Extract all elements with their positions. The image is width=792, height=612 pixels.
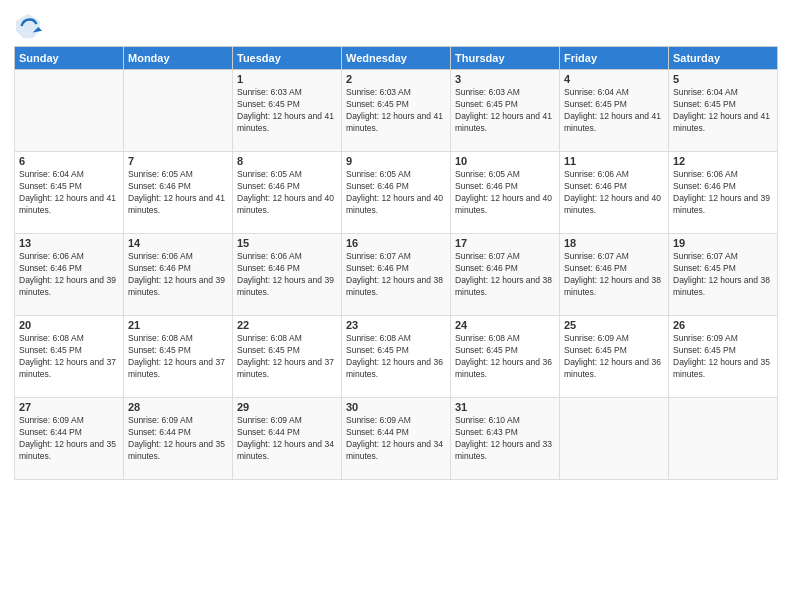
day-number: 30 bbox=[346, 401, 446, 413]
day-number: 28 bbox=[128, 401, 228, 413]
header-day-friday: Friday bbox=[560, 47, 669, 70]
page: SundayMondayTuesdayWednesdayThursdayFrid… bbox=[0, 0, 792, 612]
calendar-body: 1Sunrise: 6:03 AM Sunset: 6:45 PM Daylig… bbox=[15, 70, 778, 480]
week-row-4: 20Sunrise: 6:08 AM Sunset: 6:45 PM Dayli… bbox=[15, 316, 778, 398]
day-number: 24 bbox=[455, 319, 555, 331]
day-number: 31 bbox=[455, 401, 555, 413]
day-info: Sunrise: 6:05 AM Sunset: 6:46 PM Dayligh… bbox=[455, 169, 555, 217]
header-row: SundayMondayTuesdayWednesdayThursdayFrid… bbox=[15, 47, 778, 70]
day-info: Sunrise: 6:07 AM Sunset: 6:46 PM Dayligh… bbox=[455, 251, 555, 299]
day-info: Sunrise: 6:07 AM Sunset: 6:46 PM Dayligh… bbox=[346, 251, 446, 299]
header-day-tuesday: Tuesday bbox=[233, 47, 342, 70]
day-info: Sunrise: 6:09 AM Sunset: 6:44 PM Dayligh… bbox=[128, 415, 228, 463]
day-info: Sunrise: 6:06 AM Sunset: 6:46 PM Dayligh… bbox=[19, 251, 119, 299]
day-cell: 15Sunrise: 6:06 AM Sunset: 6:46 PM Dayli… bbox=[233, 234, 342, 316]
day-number: 2 bbox=[346, 73, 446, 85]
day-number: 27 bbox=[19, 401, 119, 413]
day-info: Sunrise: 6:06 AM Sunset: 6:46 PM Dayligh… bbox=[673, 169, 773, 217]
day-cell: 9Sunrise: 6:05 AM Sunset: 6:46 PM Daylig… bbox=[342, 152, 451, 234]
day-info: Sunrise: 6:07 AM Sunset: 6:45 PM Dayligh… bbox=[673, 251, 773, 299]
day-info: Sunrise: 6:04 AM Sunset: 6:45 PM Dayligh… bbox=[19, 169, 119, 217]
day-number: 25 bbox=[564, 319, 664, 331]
day-info: Sunrise: 6:05 AM Sunset: 6:46 PM Dayligh… bbox=[346, 169, 446, 217]
week-row-5: 27Sunrise: 6:09 AM Sunset: 6:44 PM Dayli… bbox=[15, 398, 778, 480]
day-info: Sunrise: 6:04 AM Sunset: 6:45 PM Dayligh… bbox=[564, 87, 664, 135]
day-info: Sunrise: 6:03 AM Sunset: 6:45 PM Dayligh… bbox=[346, 87, 446, 135]
day-cell: 27Sunrise: 6:09 AM Sunset: 6:44 PM Dayli… bbox=[15, 398, 124, 480]
logo bbox=[14, 12, 46, 40]
day-info: Sunrise: 6:08 AM Sunset: 6:45 PM Dayligh… bbox=[19, 333, 119, 381]
day-info: Sunrise: 6:06 AM Sunset: 6:46 PM Dayligh… bbox=[128, 251, 228, 299]
day-info: Sunrise: 6:09 AM Sunset: 6:45 PM Dayligh… bbox=[564, 333, 664, 381]
day-info: Sunrise: 6:09 AM Sunset: 6:44 PM Dayligh… bbox=[19, 415, 119, 463]
day-number: 20 bbox=[19, 319, 119, 331]
day-number: 8 bbox=[237, 155, 337, 167]
calendar-table: SundayMondayTuesdayWednesdayThursdayFrid… bbox=[14, 46, 778, 480]
day-info: Sunrise: 6:08 AM Sunset: 6:45 PM Dayligh… bbox=[346, 333, 446, 381]
day-cell: 8Sunrise: 6:05 AM Sunset: 6:46 PM Daylig… bbox=[233, 152, 342, 234]
day-number: 10 bbox=[455, 155, 555, 167]
day-number: 3 bbox=[455, 73, 555, 85]
day-cell: 24Sunrise: 6:08 AM Sunset: 6:45 PM Dayli… bbox=[451, 316, 560, 398]
day-info: Sunrise: 6:08 AM Sunset: 6:45 PM Dayligh… bbox=[455, 333, 555, 381]
day-info: Sunrise: 6:08 AM Sunset: 6:45 PM Dayligh… bbox=[237, 333, 337, 381]
day-info: Sunrise: 6:08 AM Sunset: 6:45 PM Dayligh… bbox=[128, 333, 228, 381]
day-number: 1 bbox=[237, 73, 337, 85]
day-cell bbox=[560, 398, 669, 480]
header-day-wednesday: Wednesday bbox=[342, 47, 451, 70]
day-cell: 1Sunrise: 6:03 AM Sunset: 6:45 PM Daylig… bbox=[233, 70, 342, 152]
day-info: Sunrise: 6:03 AM Sunset: 6:45 PM Dayligh… bbox=[237, 87, 337, 135]
svg-marker-0 bbox=[16, 14, 40, 38]
day-number: 15 bbox=[237, 237, 337, 249]
day-cell bbox=[15, 70, 124, 152]
day-info: Sunrise: 6:09 AM Sunset: 6:44 PM Dayligh… bbox=[237, 415, 337, 463]
day-number: 23 bbox=[346, 319, 446, 331]
day-info: Sunrise: 6:10 AM Sunset: 6:43 PM Dayligh… bbox=[455, 415, 555, 463]
day-cell bbox=[669, 398, 778, 480]
day-cell: 29Sunrise: 6:09 AM Sunset: 6:44 PM Dayli… bbox=[233, 398, 342, 480]
day-number: 26 bbox=[673, 319, 773, 331]
day-cell: 21Sunrise: 6:08 AM Sunset: 6:45 PM Dayli… bbox=[124, 316, 233, 398]
day-cell: 6Sunrise: 6:04 AM Sunset: 6:45 PM Daylig… bbox=[15, 152, 124, 234]
day-number: 19 bbox=[673, 237, 773, 249]
day-cell: 3Sunrise: 6:03 AM Sunset: 6:45 PM Daylig… bbox=[451, 70, 560, 152]
day-info: Sunrise: 6:03 AM Sunset: 6:45 PM Dayligh… bbox=[455, 87, 555, 135]
week-row-3: 13Sunrise: 6:06 AM Sunset: 6:46 PM Dayli… bbox=[15, 234, 778, 316]
day-number: 7 bbox=[128, 155, 228, 167]
day-number: 5 bbox=[673, 73, 773, 85]
day-number: 13 bbox=[19, 237, 119, 249]
day-number: 11 bbox=[564, 155, 664, 167]
day-number: 22 bbox=[237, 319, 337, 331]
day-cell: 26Sunrise: 6:09 AM Sunset: 6:45 PM Dayli… bbox=[669, 316, 778, 398]
day-number: 18 bbox=[564, 237, 664, 249]
day-cell: 22Sunrise: 6:08 AM Sunset: 6:45 PM Dayli… bbox=[233, 316, 342, 398]
day-cell: 11Sunrise: 6:06 AM Sunset: 6:46 PM Dayli… bbox=[560, 152, 669, 234]
logo-icon bbox=[14, 12, 42, 40]
day-number: 17 bbox=[455, 237, 555, 249]
day-info: Sunrise: 6:04 AM Sunset: 6:45 PM Dayligh… bbox=[673, 87, 773, 135]
day-info: Sunrise: 6:09 AM Sunset: 6:45 PM Dayligh… bbox=[673, 333, 773, 381]
day-number: 9 bbox=[346, 155, 446, 167]
header bbox=[14, 12, 778, 40]
day-cell: 23Sunrise: 6:08 AM Sunset: 6:45 PM Dayli… bbox=[342, 316, 451, 398]
day-cell bbox=[124, 70, 233, 152]
day-cell: 7Sunrise: 6:05 AM Sunset: 6:46 PM Daylig… bbox=[124, 152, 233, 234]
day-number: 29 bbox=[237, 401, 337, 413]
day-cell: 18Sunrise: 6:07 AM Sunset: 6:46 PM Dayli… bbox=[560, 234, 669, 316]
week-row-2: 6Sunrise: 6:04 AM Sunset: 6:45 PM Daylig… bbox=[15, 152, 778, 234]
day-cell: 2Sunrise: 6:03 AM Sunset: 6:45 PM Daylig… bbox=[342, 70, 451, 152]
day-cell: 16Sunrise: 6:07 AM Sunset: 6:46 PM Dayli… bbox=[342, 234, 451, 316]
header-day-monday: Monday bbox=[124, 47, 233, 70]
day-number: 16 bbox=[346, 237, 446, 249]
header-day-thursday: Thursday bbox=[451, 47, 560, 70]
day-cell: 28Sunrise: 6:09 AM Sunset: 6:44 PM Dayli… bbox=[124, 398, 233, 480]
day-cell: 20Sunrise: 6:08 AM Sunset: 6:45 PM Dayli… bbox=[15, 316, 124, 398]
day-number: 12 bbox=[673, 155, 773, 167]
day-info: Sunrise: 6:05 AM Sunset: 6:46 PM Dayligh… bbox=[128, 169, 228, 217]
day-number: 6 bbox=[19, 155, 119, 167]
day-cell: 13Sunrise: 6:06 AM Sunset: 6:46 PM Dayli… bbox=[15, 234, 124, 316]
header-day-saturday: Saturday bbox=[669, 47, 778, 70]
day-cell: 5Sunrise: 6:04 AM Sunset: 6:45 PM Daylig… bbox=[669, 70, 778, 152]
header-day-sunday: Sunday bbox=[15, 47, 124, 70]
day-info: Sunrise: 6:06 AM Sunset: 6:46 PM Dayligh… bbox=[237, 251, 337, 299]
